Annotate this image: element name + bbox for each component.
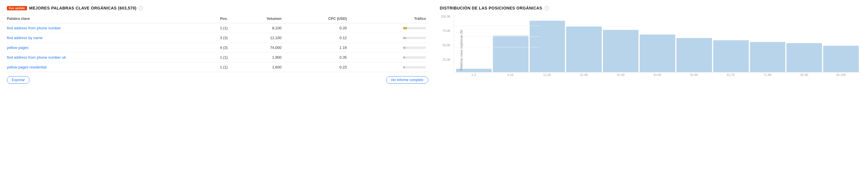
bar — [603, 30, 639, 72]
bar — [530, 21, 565, 72]
pos-cell: 3 (3) — [199, 33, 230, 43]
bar-group — [603, 15, 639, 72]
bar — [640, 34, 675, 72]
bar-group — [786, 15, 822, 72]
y-label: 25.0K — [443, 58, 451, 61]
x-label: 31-40 — [603, 73, 639, 77]
bar — [493, 36, 528, 72]
y-label: 75.0K — [443, 29, 451, 32]
bars-container — [454, 15, 861, 72]
bar — [750, 42, 785, 72]
x-label: 81-90 — [786, 73, 822, 77]
table-row: yellow pages residential1 (1)1,6000.23 — [7, 62, 428, 72]
pos-cell: 1 (1) — [199, 62, 230, 72]
bar-group — [566, 15, 602, 72]
keyword-link[interactable]: yellow pages residential — [7, 65, 46, 69]
bar — [786, 43, 822, 72]
bar-group — [823, 15, 859, 72]
x-label: 71-80 — [750, 73, 785, 77]
keyword-link[interactable]: yellow pages — [7, 46, 28, 50]
section-header-right: DISTRIBUCIÓN DE LAS POSICIONES ORGÁNICAS… — [440, 6, 861, 10]
footer-row: Exportar Ver informe completo — [7, 76, 428, 84]
full-report-button[interactable]: Ver informe completo — [386, 76, 428, 84]
cpc-cell: 0.23 — [284, 62, 349, 72]
table-row: find address from phone number1 (1)8,100… — [7, 23, 428, 33]
export-button[interactable]: Exportar — [7, 76, 30, 84]
volume-cell: 1,900 — [230, 53, 284, 62]
info-icon-right[interactable]: i — [545, 6, 549, 10]
bar-group — [493, 15, 528, 72]
bar — [566, 26, 602, 72]
section-title-right: DISTRIBUCIÓN DE LAS POSICIONES ORGÁNICAS — [440, 6, 542, 10]
x-label: 1-3 — [456, 73, 491, 77]
cpc-cell: 1.19 — [284, 43, 349, 53]
right-panel: DISTRIBUCIÓN DE LAS POSICIONES ORGÁNICAS… — [440, 6, 861, 85]
traffic-cell — [349, 33, 428, 43]
bar-group — [750, 15, 785, 72]
pos-cell: 1 (1) — [199, 23, 230, 33]
live-update-badge: live update — [7, 6, 27, 10]
keywords-table: Palabra clave Pos. Volumen CPC (USD) Trá… — [7, 15, 428, 72]
table-row: find address by name3 (3)12,1000.12 — [7, 33, 428, 43]
keyword-link[interactable]: find address by name — [7, 36, 42, 40]
keyword-cell: find address from phone number uk — [7, 53, 199, 62]
volume-cell: 8,100 — [230, 23, 284, 33]
table-row: yellow pages4 (3)74,0001.19 — [7, 43, 428, 53]
count-text: (603,570) — [118, 6, 136, 10]
x-label: 61-70 — [713, 73, 748, 77]
cpc-cell: 0.35 — [284, 53, 349, 62]
x-label: 4-10 — [493, 73, 528, 77]
pos-cell: 1 (1) — [199, 53, 230, 62]
col-traffic: Tráfico — [349, 15, 428, 23]
bar-group — [676, 15, 712, 72]
cpc-cell: 0.12 — [284, 33, 349, 43]
x-labels: 1-34-1011-2021-3031-4041-5051-6061-7071-… — [454, 73, 861, 77]
traffic-cell — [349, 62, 428, 72]
x-label: 21-30 — [566, 73, 602, 77]
info-icon-left[interactable]: i — [139, 6, 143, 10]
y-label: 50.0K — [443, 44, 451, 47]
section-header-left: live update MEJORES PALABRAS CLAVE ORGÁN… — [7, 6, 428, 10]
bar — [823, 46, 859, 72]
cpc-cell: 0.20 — [284, 23, 349, 33]
x-label: 91-100 — [823, 73, 859, 77]
keyword-link[interactable]: find address from phone number uk — [7, 55, 66, 60]
col-pos: Pos. — [199, 15, 230, 23]
chart-area: 100.0K75.0K50.0K25.0K 1-34-1011-2021-303… — [440, 15, 861, 85]
volume-cell: 1,600 — [230, 62, 284, 72]
col-keyword: Palabra clave — [7, 15, 199, 23]
col-volume: Volumen — [230, 15, 284, 23]
traffic-cell — [349, 43, 428, 53]
keyword-link[interactable]: find address from phone number — [7, 26, 61, 30]
table-row: find address from phone number uk1 (1)1,… — [7, 53, 428, 62]
bar-group — [713, 15, 749, 72]
x-label: 41-50 — [640, 73, 675, 77]
chart-canvas: 100.0K75.0K50.0K25.0K — [454, 15, 861, 72]
keyword-cell: yellow pages residential — [7, 62, 199, 72]
y-axis-title: Palabras clave orgánicas (N) — [460, 30, 463, 70]
keywords-table-wrapper: Palabra clave Pos. Volumen CPC (USD) Trá… — [7, 15, 428, 72]
col-cpc: CPC (USD) — [284, 15, 349, 23]
left-panel: live update MEJORES PALABRAS CLAVE ORGÁN… — [7, 6, 428, 85]
section-title-left: MEJORES PALABRAS CLAVE ORGÁNICAS (603,57… — [29, 6, 137, 10]
keyword-cell: find address by name — [7, 33, 199, 43]
y-axis-labels: 100.0K75.0K50.0K25.0K — [441, 15, 451, 72]
volume-cell: 12,100 — [230, 33, 284, 43]
bar-group — [530, 15, 565, 72]
traffic-cell — [349, 23, 428, 33]
bar-group — [640, 15, 675, 72]
bar — [676, 38, 712, 72]
traffic-cell — [349, 53, 428, 62]
x-label: 51-60 — [676, 73, 712, 77]
x-label: 11-20 — [529, 73, 565, 77]
keyword-cell: yellow pages — [7, 43, 199, 53]
title-text: MEJORES PALABRAS CLAVE ORGÁNICAS — [29, 6, 117, 10]
bar — [713, 40, 749, 72]
volume-cell: 74,000 — [230, 43, 284, 53]
keyword-cell: find address from phone number — [7, 23, 199, 33]
pos-cell: 4 (3) — [199, 43, 230, 53]
y-label: 100.0K — [441, 15, 451, 18]
